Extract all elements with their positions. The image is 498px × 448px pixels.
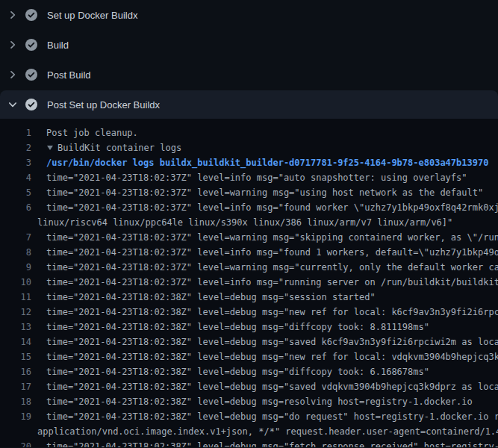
- log-row: 7time="2021-04-23T18:02:37Z" level=warni…: [0, 230, 498, 245]
- line-number[interactable]: 14: [0, 335, 31, 349]
- log-text: time="2021-04-23T18:02:38Z" level=debug …: [46, 305, 498, 320]
- line-number[interactable]: 2: [0, 140, 31, 155]
- log-row: 6time="2021-04-23T18:02:37Z" level=info …: [0, 200, 498, 215]
- log-text: time="2021-04-23T18:02:38Z" level=debug …: [46, 320, 429, 335]
- log-text: time="2021-04-23T18:02:37Z" level=info m…: [46, 245, 498, 260]
- log-row: 16time="2021-04-23T18:02:38Z" level=debu…: [0, 364, 498, 379]
- chevron-down-icon: [7, 99, 19, 111]
- step-label: Post Set up Docker Buildx: [47, 99, 160, 111]
- log-text: time="2021-04-23T18:02:38Z" level=debug …: [46, 409, 498, 424]
- line-number[interactable]: 11: [0, 290, 31, 305]
- check-circle-icon: [25, 69, 37, 81]
- log-text: time="2021-04-23T18:02:37Z" level=info m…: [46, 170, 467, 185]
- log-row: 19time="2021-04-23T18:02:38Z" level=debu…: [0, 409, 498, 424]
- line-number[interactable]: 6: [0, 200, 31, 215]
- step-row-post-build[interactable]: Post Build: [0, 60, 498, 90]
- step-row-post-set-up-docker-buildx[interactable]: Post Set up Docker Buildx: [0, 90, 498, 119]
- log-area: 1Post job cleanup.2BuildKit container lo…: [0, 119, 498, 447]
- check-circle-icon: [25, 39, 37, 51]
- log-row: 18time="2021-04-23T18:02:38Z" level=debu…: [0, 394, 498, 409]
- actions-log-viewer: { "colors": { "page_bg": "#0c1016", "log…: [0, 0, 498, 448]
- log-row: 12time="2021-04-23T18:02:38Z" level=debu…: [0, 305, 498, 320]
- log-row: 11time="2021-04-23T18:02:38Z" level=debu…: [0, 290, 498, 305]
- step-label: Post Build: [47, 69, 91, 81]
- log-text: time="2021-04-23T18:02:38Z" level=debug …: [46, 379, 498, 394]
- log-text: time="2021-04-23T18:02:38Z" level=debug …: [46, 364, 429, 379]
- log-text: time="2021-04-23T18:02:37Z" level=warnin…: [46, 185, 483, 200]
- log-row: 1Post job cleanup.: [0, 125, 498, 140]
- line-number[interactable]: 8: [0, 245, 31, 260]
- line-number[interactable]: 7: [0, 230, 31, 245]
- step-row-set-up-docker-buildx[interactable]: Set up Docker Buildx: [0, 0, 498, 30]
- step-list: Set up Docker BuildxBuildPost BuildPost …: [0, 0, 498, 119]
- chevron-right-icon: [7, 69, 19, 81]
- log-row: 5time="2021-04-23T18:02:37Z" level=warni…: [0, 185, 498, 200]
- check-circle-icon: [25, 9, 37, 21]
- log-text: time="2021-04-23T18:02:37Z" level=warnin…: [46, 230, 498, 245]
- log-row: 3/usr/bin/docker logs buildx_buildkit_bu…: [0, 155, 498, 170]
- log-row: 4time="2021-04-23T18:02:37Z" level=info …: [0, 170, 498, 185]
- log-row: 10time="2021-04-23T18:02:37Z" level=info…: [0, 275, 498, 290]
- line-number[interactable]: 13: [0, 320, 31, 335]
- group-caret-icon[interactable]: [47, 146, 53, 150]
- group-toggle-label[interactable]: BuildKit container logs: [46, 140, 181, 155]
- step-label: Build: [47, 40, 69, 51]
- line-number[interactable]: 3: [0, 155, 31, 170]
- line-number[interactable]: 19: [0, 409, 31, 424]
- step-label: Set up Docker Buildx: [47, 10, 137, 21]
- step-row-build[interactable]: Build: [0, 30, 498, 60]
- log-text: time="2021-04-23T18:02:38Z" level=debug …: [46, 290, 376, 305]
- log-text: time="2021-04-23T18:02:38Z" level=debug …: [46, 394, 473, 409]
- line-number[interactable]: 15: [0, 349, 31, 364]
- log-row: 9time="2021-04-23T18:02:37Z" level=warni…: [0, 260, 498, 275]
- log-text: time="2021-04-23T18:02:37Z" level=warnin…: [46, 260, 498, 275]
- log-text: time="2021-04-23T18:02:38Z" level=debug …: [46, 439, 498, 447]
- line-number[interactable]: 4: [0, 170, 31, 185]
- log-text: time="2021-04-23T18:02:38Z" level=debug …: [46, 349, 498, 364]
- chevron-right-icon: [7, 39, 19, 51]
- log-row: 13time="2021-04-23T18:02:38Z" level=debu…: [0, 320, 498, 335]
- log-text: time="2021-04-23T18:02:38Z" level=debug …: [46, 335, 498, 349]
- log-row: 15time="2021-04-23T18:02:38Z" level=debu…: [0, 349, 498, 364]
- line-number[interactable]: 20: [0, 439, 31, 447]
- line-number[interactable]: 18: [0, 394, 31, 409]
- log-row: 14time="2021-04-23T18:02:38Z" level=debu…: [0, 335, 498, 349]
- log-row: 8time="2021-04-23T18:02:37Z" level=info …: [0, 245, 498, 260]
- line-number[interactable]: 5: [0, 185, 31, 200]
- line-number[interactable]: 17: [0, 379, 31, 394]
- command-text: /usr/bin/docker logs buildx_buildkit_bui…: [46, 155, 488, 170]
- line-number[interactable]: 1: [0, 125, 31, 140]
- line-number[interactable]: 10: [0, 275, 31, 290]
- group-title: BuildKit container logs: [57, 143, 181, 153]
- log-text: time="2021-04-23T18:02:37Z" level=info m…: [46, 275, 498, 290]
- log-row: 20time="2021-04-23T18:02:38Z" level=debu…: [0, 439, 498, 447]
- line-number[interactable]: 16: [0, 364, 31, 379]
- log-text: Post job cleanup.: [46, 125, 138, 140]
- check-circle-icon: [25, 99, 37, 111]
- log-row: 17time="2021-04-23T18:02:38Z" level=debu…: [0, 379, 498, 394]
- line-number[interactable]: 12: [0, 305, 31, 320]
- log-line-continuation: application/vnd.oci.image.index.v1+json,…: [0, 424, 498, 439]
- log-line-continuation: linux/riscv64 linux/ppc64le linux/s390x …: [0, 215, 498, 230]
- log-row: 2BuildKit container logs: [0, 140, 498, 155]
- log-text: time="2021-04-23T18:02:37Z" level=info m…: [46, 200, 498, 215]
- chevron-right-icon: [7, 9, 19, 21]
- line-number[interactable]: 9: [0, 260, 31, 275]
